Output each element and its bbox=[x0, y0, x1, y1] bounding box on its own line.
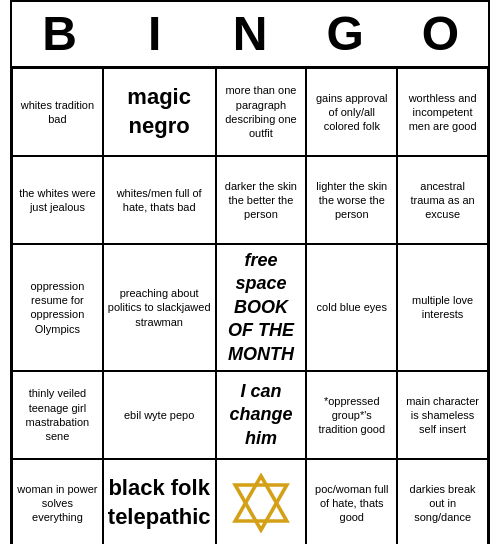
bingo-cell-16[interactable]: ebil wyte pepo bbox=[103, 371, 216, 459]
bingo-cell-9[interactable]: ancestral trauma as an excuse bbox=[397, 156, 488, 244]
bingo-cell-6[interactable]: whites/men full of hate, thats bad bbox=[103, 156, 216, 244]
star-of-david-icon bbox=[231, 473, 291, 533]
bingo-cell-3[interactable]: gains approval of only/all colored folk bbox=[306, 68, 397, 156]
bingo-cell-13[interactable]: cold blue eyes bbox=[306, 244, 397, 371]
bingo-cell-12[interactable]: free space BOOK OF THE MONTH bbox=[216, 244, 307, 371]
header-b: B bbox=[15, 10, 105, 58]
bingo-cell-23[interactable]: poc/woman full of hate, thats good bbox=[306, 459, 397, 544]
header-g: G bbox=[300, 10, 390, 58]
bingo-cell-19[interactable]: main character is shameless self insert bbox=[397, 371, 488, 459]
bingo-cell-1[interactable]: magic negro bbox=[103, 68, 216, 156]
header-n: N bbox=[205, 10, 295, 58]
bingo-cell-15[interactable]: thinly veiled teenage girl mastrabation … bbox=[12, 371, 103, 459]
bingo-cell-10[interactable]: oppression resume for oppression Olympic… bbox=[12, 244, 103, 371]
bingo-cell-17[interactable]: I can change him bbox=[216, 371, 307, 459]
bingo-cell-8[interactable]: lighter the skin the worse the person bbox=[306, 156, 397, 244]
bingo-cell-22[interactable] bbox=[216, 459, 307, 544]
bingo-cell-5[interactable]: the whites were just jealous bbox=[12, 156, 103, 244]
bingo-cell-24[interactable]: darkies break out in song/dance bbox=[397, 459, 488, 544]
header-o: O bbox=[395, 10, 485, 58]
bingo-cell-0[interactable]: whites tradition bad bbox=[12, 68, 103, 156]
bingo-cell-14[interactable]: multiple love interests bbox=[397, 244, 488, 371]
bingo-card: B I N G O whites tradition badmagic negr… bbox=[10, 0, 490, 544]
bingo-cell-21[interactable]: black folk telepathic bbox=[103, 459, 216, 544]
bingo-cell-7[interactable]: darker the skin the better the person bbox=[216, 156, 307, 244]
bingo-cell-2[interactable]: more than one paragraph describing one o… bbox=[216, 68, 307, 156]
bingo-grid: whites tradition badmagic negromore than… bbox=[12, 68, 488, 544]
bingo-header: B I N G O bbox=[12, 2, 488, 68]
bingo-cell-4[interactable]: worthless and incompetent men are good bbox=[397, 68, 488, 156]
bingo-cell-18[interactable]: *oppressed group*'s tradition good bbox=[306, 371, 397, 459]
bingo-cell-20[interactable]: woman in power solves everything bbox=[12, 459, 103, 544]
header-i: I bbox=[110, 10, 200, 58]
bingo-cell-11[interactable]: preaching about politics to slackjawed s… bbox=[103, 244, 216, 371]
